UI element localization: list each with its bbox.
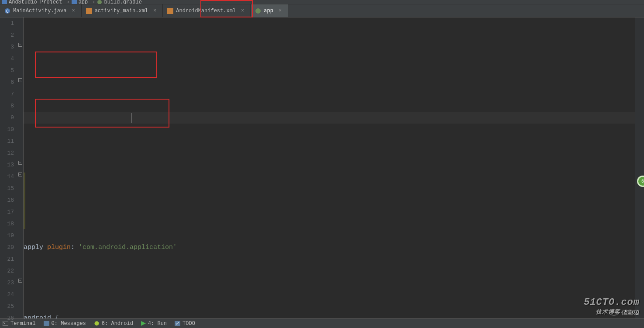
code-viewport[interactable]: apply plugin: 'com.android.application' … xyxy=(24,17,635,318)
tool-todo[interactable]: TODO xyxy=(175,321,195,327)
line-number: 24 xyxy=(0,289,14,300)
warning-band xyxy=(24,159,635,230)
breadcrumb-module[interactable]: app xyxy=(72,0,88,4)
line-number: 18 xyxy=(0,218,14,230)
gradle-icon xyxy=(255,8,261,14)
line-number: 15 xyxy=(0,183,14,194)
editor-tab-bar: C MainActivity.java × activity_main.xml … xyxy=(0,4,644,17)
code-line: android { xyxy=(24,312,635,318)
svg-rect-0 xyxy=(2,0,7,4)
breadcrumb-file[interactable]: build.gradle xyxy=(97,0,141,4)
project-icon xyxy=(2,0,7,4)
line-number: 19 xyxy=(0,230,14,242)
line-number: 9 xyxy=(0,112,14,124)
tab-label: AndroidManifest.xml xyxy=(176,8,236,14)
breadcrumb-project[interactable]: AndStudio_Project xyxy=(2,0,62,4)
tool-window-bar: Terminal 0: Messages 6: Android 4: Run T… xyxy=(0,318,644,328)
line-number: 23 xyxy=(0,277,14,289)
svg-rect-6 xyxy=(167,8,173,14)
line-number: 13 xyxy=(0,159,14,171)
xml-icon xyxy=(86,8,92,14)
line-number: 21 xyxy=(0,253,14,265)
svg-point-10 xyxy=(94,321,99,326)
xml-icon xyxy=(167,8,173,14)
fold-toggle[interactable]: − xyxy=(18,279,22,283)
tool-android[interactable]: 6: Android xyxy=(94,321,133,327)
tab-app-gradle[interactable]: app × xyxy=(251,4,288,17)
tool-messages[interactable]: 0: Messages xyxy=(44,321,86,327)
fold-toggle[interactable]: − xyxy=(18,173,22,176)
line-number: 25 xyxy=(0,300,14,312)
line-number: 20 xyxy=(0,242,14,253)
line-number: 8 xyxy=(0,100,14,112)
tool-label: TODO xyxy=(183,321,195,327)
line-number: 4 xyxy=(0,53,14,65)
line-number: 16 xyxy=(0,194,14,206)
close-icon[interactable]: × xyxy=(72,8,75,14)
line-number: 11 xyxy=(0,135,14,147)
svg-text:C: C xyxy=(6,9,9,14)
gradle-icon xyxy=(97,0,102,4)
module-icon xyxy=(72,0,77,4)
svg-marker-11 xyxy=(141,321,146,326)
line-number: 12 xyxy=(0,147,14,159)
todo-icon xyxy=(175,321,180,326)
code-line: apply plugin: 'com.android.application' xyxy=(24,242,635,253)
fold-toggle[interactable]: − xyxy=(18,43,22,47)
tool-label: 4: Run xyxy=(148,321,167,327)
svg-point-7 xyxy=(255,8,261,14)
tool-label: 0: Messages xyxy=(52,321,86,327)
class-icon: C xyxy=(4,8,10,14)
line-number-gutter: 1 2 3 4 5 6 7 8 9 10 11 12 13 14 15 16 1… xyxy=(0,17,17,318)
tab-android-manifest[interactable]: AndroidManifest.xml × xyxy=(163,4,251,17)
close-icon[interactable]: × xyxy=(279,8,282,14)
breadcrumb-project-label: AndStudio_Project xyxy=(9,0,62,4)
line-number: 6 xyxy=(0,76,14,88)
tab-label: activity_main.xml xyxy=(95,8,148,14)
line-number: 7 xyxy=(0,88,14,100)
messages-icon xyxy=(44,321,49,326)
text-caret xyxy=(131,113,131,123)
error-stripe[interactable] xyxy=(635,17,644,318)
fold-toggle[interactable]: − xyxy=(18,161,22,165)
tool-label: 6: Android xyxy=(102,321,133,327)
chevron-right-icon: › xyxy=(92,0,95,4)
line-number: 22 xyxy=(0,265,14,277)
code-line xyxy=(24,277,635,289)
breadcrumb: AndStudio_Project › app › build.gradle xyxy=(0,0,644,4)
line-number: 14 xyxy=(0,171,14,183)
current-line-highlight xyxy=(24,112,635,124)
line-number: 3 xyxy=(0,41,14,53)
annotation-box-sdk xyxy=(35,52,157,78)
svg-rect-5 xyxy=(86,8,92,14)
close-icon[interactable]: × xyxy=(153,8,156,14)
floating-badge-label: 6 xyxy=(641,179,644,184)
line-number: 1 xyxy=(0,17,14,29)
line-number: 5 xyxy=(0,65,14,76)
fold-column: − − − − − xyxy=(17,17,24,318)
close-icon[interactable]: × xyxy=(241,8,244,14)
chevron-right-icon: › xyxy=(66,0,69,4)
line-number: 17 xyxy=(0,206,14,218)
breadcrumb-file-label: build.gradle xyxy=(104,0,141,4)
line-number: 10 xyxy=(0,124,14,135)
line-number: 2 xyxy=(0,29,14,41)
android-icon xyxy=(94,321,100,326)
svg-point-2 xyxy=(97,0,102,4)
tab-activity-main-xml[interactable]: activity_main.xml × xyxy=(82,4,163,17)
tab-label: app xyxy=(264,8,273,14)
svg-rect-1 xyxy=(72,0,77,4)
code-editor[interactable]: 1 2 3 4 5 6 7 8 9 10 11 12 13 14 15 16 1… xyxy=(0,17,644,318)
line-number: 26 xyxy=(0,312,14,324)
tool-run[interactable]: 4: Run xyxy=(141,321,167,327)
svg-rect-9 xyxy=(44,321,49,326)
tab-main-activity[interactable]: C MainActivity.java × xyxy=(0,4,82,17)
tab-label: MainActivity.java xyxy=(13,8,66,14)
tool-label: Terminal xyxy=(10,321,36,327)
run-icon xyxy=(141,321,146,326)
change-marker xyxy=(24,173,25,229)
breadcrumb-module-label: app xyxy=(79,0,88,4)
fold-toggle[interactable]: − xyxy=(18,78,22,82)
